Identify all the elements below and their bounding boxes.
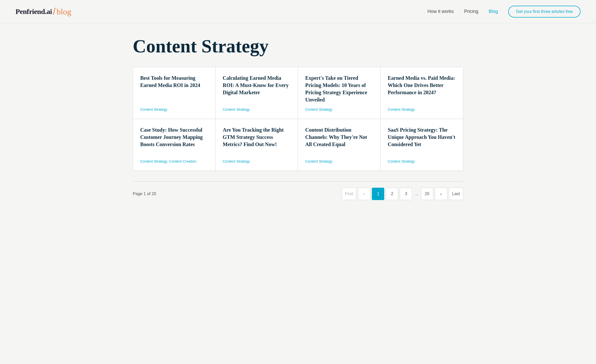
article-category-7[interactable]: Content Strategy (305, 159, 373, 163)
article-title-8: SaaS Pricing Strategy: The Unique Approa… (388, 126, 456, 155)
article-category-6[interactable]: Content Strategy (223, 159, 291, 163)
article-card-6[interactable]: Are You Tracking the Right GTM Strategy … (216, 119, 298, 171)
cta-button[interactable]: Get your first three articles free (508, 6, 581, 18)
article-card-8[interactable]: SaaS Pricing Strategy: The Unique Approa… (381, 119, 463, 171)
pagination-controls: First ‹ 1 2 3 ... 20 › Last (342, 188, 463, 200)
article-title-1: Best Tools for Measuring Earned Media RO… (140, 74, 208, 103)
article-title-7: Content Distribution Channels: Why They'… (305, 126, 373, 155)
article-category-5[interactable]: Content Strategy, Content Creation (140, 159, 208, 163)
article-card-7[interactable]: Content Distribution Channels: Why They'… (298, 119, 381, 171)
page-1-button[interactable]: 1 (372, 188, 384, 200)
page-info: Page 1 of 20 (133, 192, 156, 196)
article-category-3[interactable]: Content Strategy (305, 107, 373, 112)
article-category-1[interactable]: Content Strategy (140, 107, 208, 112)
page-20-button[interactable]: 20 (421, 188, 433, 200)
pagination-dots: ... (414, 192, 419, 196)
article-card-3[interactable]: Expert's Take on Tiered Pricing Models: … (298, 67, 381, 119)
nav-pricing[interactable]: Pricing (464, 9, 478, 14)
logo-main-text: Penfriend.ai (15, 7, 52, 16)
article-title-3: Expert's Take on Tiered Pricing Models: … (305, 74, 373, 103)
last-page-button[interactable]: Last (449, 188, 463, 200)
article-category-8[interactable]: Content Strategy (388, 159, 456, 163)
article-title-2: Calculating Earned Media ROI: A Must-Kno… (223, 74, 291, 103)
main-content: Content Strategy Best Tools for Measurin… (117, 23, 479, 216)
article-title-4: Earned Media vs. Paid Media: Which One D… (388, 74, 456, 103)
article-category-2[interactable]: Content Strategy (223, 107, 291, 112)
article-title-5: Case Study: How Successful Customer Jour… (140, 126, 208, 155)
pagination-area: Page 1 of 20 First ‹ 1 2 3 ... 20 › Last (133, 181, 463, 200)
logo-divider: / (53, 7, 56, 16)
next-page-button[interactable]: › (435, 188, 447, 200)
main-nav: How it works Pricing Blog Get your first… (427, 6, 581, 18)
articles-grid: Best Tools for Measuring Earned Media RO… (133, 67, 463, 171)
prev-page-button[interactable]: ‹ (358, 188, 370, 200)
nav-how-it-works[interactable]: How it works (427, 9, 454, 14)
article-card-2[interactable]: Calculating Earned Media ROI: A Must-Kno… (216, 67, 298, 119)
logo-blog-text: blog (57, 7, 71, 16)
page-title: Content Strategy (133, 36, 463, 57)
logo[interactable]: Penfriend.ai / blog (15, 7, 71, 16)
article-category-4[interactable]: Content Strategy (388, 107, 456, 112)
site-header: Penfriend.ai / blog How it works Pricing… (0, 0, 596, 23)
article-title-6: Are You Tracking the Right GTM Strategy … (223, 126, 291, 155)
article-card-5[interactable]: Case Study: How Successful Customer Jour… (133, 119, 216, 171)
page-3-button[interactable]: 3 (400, 188, 412, 200)
article-card-1[interactable]: Best Tools for Measuring Earned Media RO… (133, 67, 216, 119)
nav-blog[interactable]: Blog (489, 9, 498, 14)
page-2-button[interactable]: 2 (386, 188, 398, 200)
article-card-4[interactable]: Earned Media vs. Paid Media: Which One D… (381, 67, 463, 119)
first-page-button[interactable]: First (342, 188, 356, 200)
